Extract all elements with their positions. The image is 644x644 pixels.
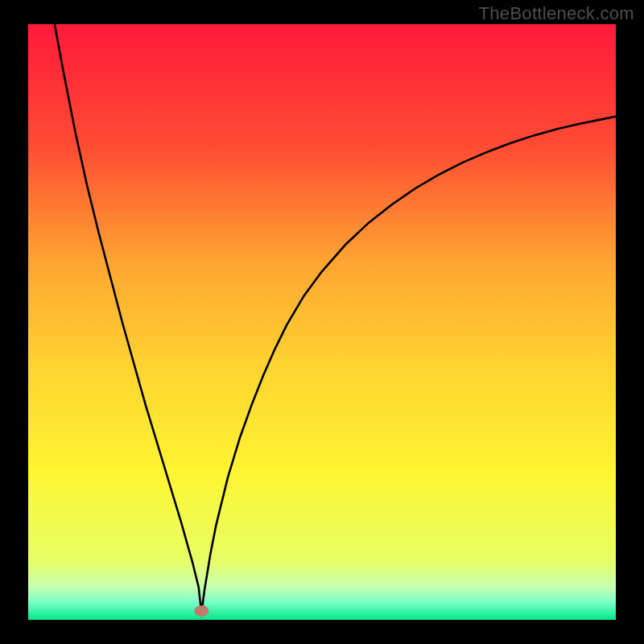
bottleneck-chart — [0, 0, 644, 644]
plot-background — [28, 24, 616, 620]
chart-container: TheBottleneck.com — [0, 0, 644, 644]
minimum-marker — [194, 605, 208, 617]
watermark-text: TheBottleneck.com — [479, 3, 634, 24]
